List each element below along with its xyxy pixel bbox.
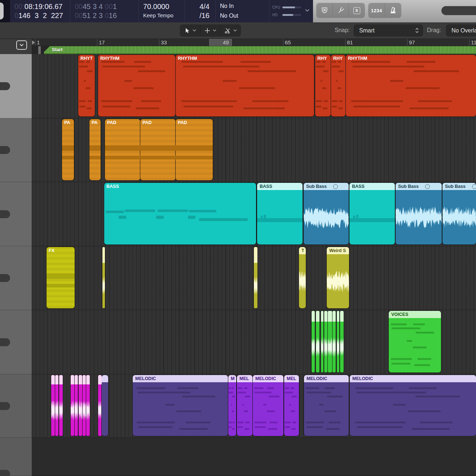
- track-header-5[interactable]: [0, 310, 32, 374]
- left-click-tool-menu[interactable]: [180, 25, 200, 36]
- shield-x-icon: [321, 6, 329, 14]
- metronome-button[interactable]: [385, 3, 401, 18]
- command-click-tool-menu[interactable]: [200, 25, 221, 36]
- region-rhythm[interactable]: RHYTHM: [176, 55, 314, 116]
- region-melodic[interactable]: MELODIC: [133, 375, 228, 436]
- region-clip[interactable]: [86, 375, 90, 436]
- region-sub-bass[interactable]: Sub Bass: [442, 183, 476, 244]
- region-clip[interactable]: [51, 375, 55, 436]
- lcd-io[interactable]: No In No Out: [216, 0, 269, 22]
- region-rhyt[interactable]: RHYT: [78, 55, 95, 116]
- lcd-position[interactable]: 00:08:19:06.67 0146 3 2 227: [10, 0, 70, 22]
- region-pa[interactable]: PA: [89, 119, 101, 180]
- region-clip[interactable]: [340, 311, 344, 373]
- region-melodic[interactable]: MELODIC: [350, 375, 476, 436]
- region-pa[interactable]: PA: [62, 119, 74, 180]
- lcd-options-chevron-icon[interactable]: [305, 9, 309, 12]
- master-volume-slider[interactable]: [441, 6, 476, 15]
- solo-button[interactable]: S: [349, 3, 365, 18]
- metronome-icon: [389, 6, 397, 14]
- region-clip[interactable]: [102, 247, 105, 308]
- region-clip[interactable]: [59, 375, 63, 436]
- scissors-tool-icon: [225, 28, 231, 34]
- region-sub-bass[interactable]: Sub Bass: [304, 183, 349, 244]
- region-pad[interactable]: PAD: [140, 119, 176, 180]
- track-header-options-button[interactable]: [16, 40, 27, 50]
- arrangement-track: Start: [32, 46, 476, 54]
- region-melodic[interactable]: MELODIC: [253, 375, 283, 436]
- region-clip[interactable]: [102, 375, 108, 436]
- ruler-tick: [159, 39, 159, 46]
- region-clip[interactable]: [324, 311, 327, 373]
- region-clip[interactable]: [254, 247, 257, 308]
- count-in-button[interactable]: 1234: [369, 3, 385, 18]
- control-bar-edge-button[interactable]: [0, 3, 4, 19]
- region-t[interactable]: T: [299, 247, 306, 308]
- region-clip[interactable]: [328, 311, 332, 373]
- track-header-3[interactable]: [0, 182, 32, 246]
- region-rhy[interactable]: RHY: [315, 55, 331, 116]
- region-clip[interactable]: [75, 375, 78, 436]
- chevron-down-icon: [213, 29, 216, 32]
- region-rhythm[interactable]: RHYTHM: [98, 55, 175, 116]
- ruler-bar-number: 81: [347, 39, 353, 45]
- region-mel[interactable]: MEL: [284, 375, 299, 436]
- region-m[interactable]: M: [228, 375, 236, 436]
- region-body: [59, 384, 63, 436]
- region-clip[interactable]: [312, 311, 315, 373]
- region-clip[interactable]: [83, 375, 86, 436]
- region-clip[interactable]: [337, 311, 339, 373]
- track-header-4[interactable]: [0, 246, 32, 310]
- region-clip[interactable]: [71, 375, 74, 436]
- track-header-1[interactable]: [0, 54, 32, 118]
- region-clip[interactable]: [98, 375, 102, 436]
- track-header-6[interactable]: [0, 374, 32, 438]
- track-header-7[interactable]: [0, 438, 32, 476]
- region-clip[interactable]: [316, 311, 319, 373]
- tuner-button[interactable]: [333, 3, 349, 18]
- region-rhy[interactable]: RHY: [331, 55, 345, 116]
- bar-ruler[interactable]: 1173349658197113: [32, 39, 476, 46]
- region-mel[interactable]: MEL: [237, 375, 252, 436]
- region-body: [176, 55, 314, 116]
- lcd-tempo[interactable]: 70.0000 Keep Tempo: [139, 0, 185, 22]
- snap-select[interactable]: Smart: [354, 25, 423, 36]
- region-body: [51, 384, 55, 436]
- chevron-down-icon: [193, 29, 196, 32]
- region-fx[interactable]: FX: [47, 247, 75, 308]
- region-header: Sub Bass: [396, 183, 442, 190]
- region-clip[interactable]: [321, 311, 323, 373]
- bars-beats: 0146 3 2 227: [14, 12, 66, 19]
- region-bass[interactable]: BASS: [349, 183, 395, 244]
- tempo-mode[interactable]: Keep Tempo: [143, 12, 181, 19]
- region-header: [71, 375, 74, 384]
- region-bass[interactable]: BASS: [257, 183, 303, 244]
- region-header: [316, 311, 319, 322]
- drag-select[interactable]: No Overla: [446, 25, 476, 36]
- region-header: [102, 247, 105, 263]
- track-header-2[interactable]: [0, 118, 32, 182]
- region-clip[interactable]: [332, 311, 336, 373]
- region-melodic[interactable]: MELODIC: [304, 375, 349, 436]
- lcd-locators[interactable]: 0045 3 4 001 0051 2 3 016: [70, 0, 139, 22]
- region-weird-s[interactable]: Weird S: [327, 247, 349, 308]
- region-body: [102, 263, 105, 308]
- lcd-performance[interactable]: CPU HD: [269, 0, 305, 22]
- third-tool-menu[interactable]: [221, 25, 241, 36]
- lcd-signature[interactable]: 4/4 /16: [185, 0, 216, 22]
- arrangement-marker-start[interactable]: Start: [44, 46, 476, 54]
- region-pad[interactable]: PAD: [105, 119, 140, 180]
- replace-button[interactable]: [317, 3, 333, 18]
- region-voices[interactable]: VOICES: [389, 311, 441, 373]
- region-pad[interactable]: PAD: [176, 119, 213, 180]
- playhead-triangle-icon: [32, 40, 35, 45]
- region-label: RHYTHM: [348, 56, 367, 61]
- region-bass[interactable]: BASS: [104, 183, 256, 244]
- lcd-display[interactable]: 00:08:19:06.67 0146 3 2 227 0045 3 4 001…: [10, 0, 313, 22]
- region-body: [346, 55, 476, 116]
- region-clip[interactable]: [55, 375, 58, 436]
- region-clip[interactable]: [79, 375, 82, 436]
- region-sub-bass[interactable]: Sub Bass: [396, 183, 442, 244]
- drag-value: No Overla: [451, 27, 476, 34]
- region-rhythm[interactable]: RHYTHM: [346, 55, 476, 116]
